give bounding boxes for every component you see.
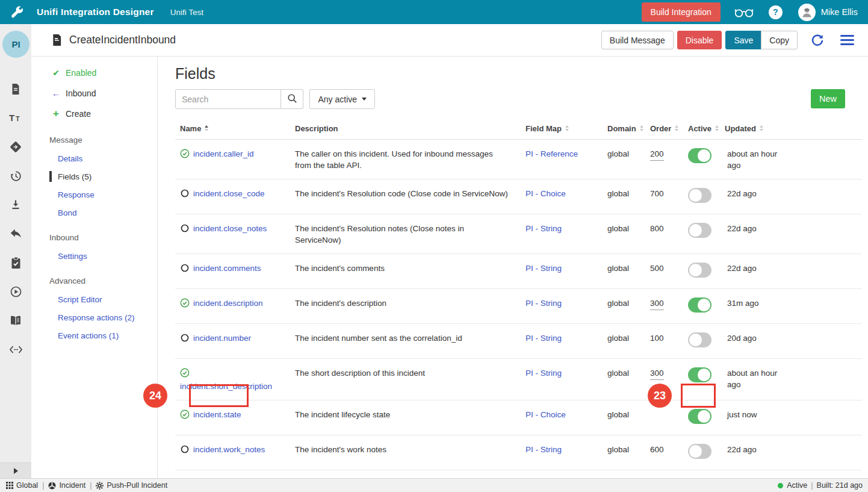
active-toggle[interactable] [688,148,711,163]
reply-icon[interactable] [0,219,31,248]
build-status: Active | Built: 21d ago [778,481,863,490]
table-row-incident.close_code: incident.close_codeThe incident's Resolu… [175,179,862,214]
build-message-button[interactable]: Build Message [601,31,674,49]
text-format-icon[interactable]: TT [0,104,31,132]
status-active-label: Active [787,481,807,490]
nav-item-enabled[interactable]: ✔Enabled [31,63,157,83]
field-map-cell: PI - String [521,367,603,379]
nav-item-create[interactable]: +Create [31,104,157,124]
nav-item-script-editor[interactable]: Script Editor [31,290,157,308]
nav-item-response[interactable]: Response [31,185,157,204]
active-toggle[interactable] [688,297,711,313]
field-name-link[interactable]: incident.close_code [193,189,265,198]
field-map-link[interactable]: PI - Choice [525,189,566,198]
active-toggle[interactable] [688,332,711,347]
order-cell: 300 [645,297,683,310]
book-icon[interactable] [0,306,31,335]
active-cell [683,332,720,350]
active-toggle[interactable] [688,444,711,459]
field-name-link[interactable]: incident.comments [193,264,261,273]
integration-avatar[interactable]: PI [2,31,29,58]
user-menu[interactable]: Mike Ellis [798,4,858,21]
domain-cell: global [603,148,645,160]
field-description: The incident lifecycle state [290,409,521,420]
column-header-domain[interactable]: Domain [603,124,645,133]
copy-button[interactable]: Copy [761,31,798,49]
nav-item-bond[interactable]: Bond [31,204,157,222]
nav-item-event-actions-1-[interactable]: Event actions (1) [31,326,157,344]
field-map-link[interactable]: PI - String [525,369,562,378]
field-name-link[interactable]: incident.work_notes [193,445,265,454]
nav-item-response-actions-2-[interactable]: Response actions (2) [31,308,157,326]
field-name-link[interactable]: incident.state [193,410,241,419]
active-toggle[interactable] [688,367,711,382]
active-toggle[interactable] [688,263,711,278]
order-cell: 300 [645,367,683,380]
nav-item-settings[interactable]: Settings [31,247,157,265]
field-description: The incident's comments [290,263,521,274]
history-icon[interactable] [0,161,31,190]
grid-icon [6,482,13,489]
order-value[interactable]: 300 [650,367,664,380]
field-name-link[interactable]: incident.close_notes [193,224,267,233]
enabled-check-icon [180,409,190,422]
active-toggle[interactable] [688,188,711,203]
download-icon[interactable] [0,190,31,219]
statusbar-item-label: Incident [59,481,85,490]
glasses-icon[interactable] [733,7,755,18]
active-filter-dropdown[interactable]: Any active [309,89,375,109]
order-value[interactable]: 300 [650,297,664,310]
build-integration-button[interactable]: Build Integration [642,2,721,22]
order-value[interactable]: 200 [650,148,664,161]
wrench-logo-icon[interactable] [10,5,24,19]
field-map-link[interactable]: PI - String [525,334,562,343]
refresh-icon[interactable] [811,34,824,47]
send-icon[interactable] [0,132,31,161]
save-button[interactable]: Save [725,31,761,49]
statusbar-item-incident[interactable]: Incident [48,481,85,490]
environment-label[interactable]: Unifi Test [170,8,203,17]
menu-icon[interactable] [840,35,854,45]
field-map-link[interactable]: PI - String [525,224,562,233]
help-icon[interactable]: ? [769,5,783,19]
field-map-link[interactable]: PI - String [525,445,562,454]
field-map-link[interactable]: PI - String [525,299,562,308]
column-header-updated[interactable]: Updated [720,124,786,133]
new-field-button[interactable]: New [811,89,845,108]
file-icon[interactable] [0,75,31,104]
column-header-field-map[interactable]: Field Map [521,124,603,133]
nav-item-details[interactable]: Details [31,149,157,167]
field-map-link[interactable]: PI - String [525,264,562,273]
table-row-incident.description: incident.descriptionThe incident's descr… [175,289,862,324]
nav-item-fields-5-[interactable]: Fields (5) [31,167,157,185]
field-map-link[interactable]: PI - Choice [525,410,566,419]
column-header-name[interactable]: Name [175,124,290,133]
play-icon[interactable] [0,277,31,306]
statusbar-item-push-pull-incident[interactable]: Push-Pull Incident [96,481,167,490]
name-cell: incident.close_notes [175,223,290,236]
search-input[interactable] [175,89,281,109]
rail-collapse-button[interactable] [0,462,31,478]
field-map-link[interactable]: PI - Reference [525,149,578,158]
collapse-arrow-icon [14,468,18,474]
field-name-link[interactable]: incident.description [193,299,263,308]
active-toggle[interactable] [688,409,711,424]
statusbar-item-global[interactable]: Global [6,481,38,490]
field-map-cell: PI - String [521,223,603,234]
active-toggle[interactable] [688,223,711,238]
sort-icon [640,125,643,131]
code-icon[interactable] [0,335,31,364]
nav-item-inbound[interactable]: ←Inbound [31,83,157,104]
column-header-order[interactable]: Order [645,124,683,133]
field-name-link[interactable]: incident.number [193,334,251,343]
disable-button[interactable]: Disable [677,31,722,49]
field-description: The short description of this incident [290,367,521,379]
search-button[interactable] [281,89,303,109]
tasks-icon[interactable] [0,248,31,277]
column-header-active[interactable]: Active [683,124,720,133]
table-row-incident.comments: incident.commentsThe incident's comments… [175,254,862,289]
disabled-circle-icon [180,333,190,346]
annotation-rect-active-toggle [681,384,716,408]
document-icon [51,34,63,46]
field-name-link[interactable]: incident.caller_id [193,149,254,158]
